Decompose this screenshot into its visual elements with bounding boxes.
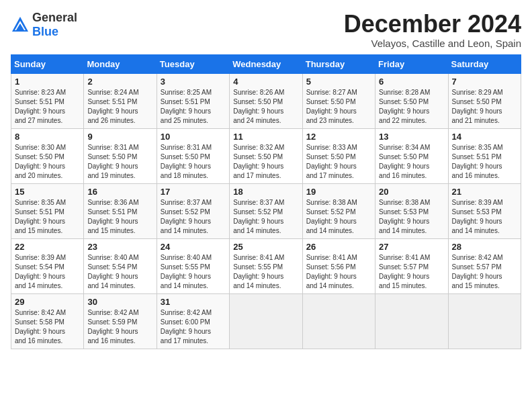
calendar-cell: 22Sunrise: 8:39 AM Sunset: 5:54 PM Dayli…	[11, 238, 84, 293]
day-of-week-header: Thursday	[302, 54, 375, 73]
day-number: 13	[379, 132, 444, 142]
logo-text-blue: Blue	[32, 25, 58, 38]
day-number: 29	[15, 297, 80, 307]
day-number: 6	[379, 77, 444, 87]
calendar-cell: 8Sunrise: 8:30 AM Sunset: 5:50 PM Daylig…	[11, 128, 84, 183]
day-number: 21	[452, 187, 517, 197]
day-number: 30	[87, 297, 152, 307]
calendar-cell: 18Sunrise: 8:37 AM Sunset: 5:52 PM Dayli…	[230, 183, 302, 238]
day-info: Sunrise: 8:39 AM Sunset: 5:54 PM Dayligh…	[15, 253, 80, 291]
calendar-week-row: 29Sunrise: 8:42 AM Sunset: 5:58 PM Dayli…	[11, 293, 521, 349]
calendar-table: SundayMondayTuesdayWednesdayThursdayFrid…	[11, 54, 521, 349]
day-number: 28	[452, 242, 517, 252]
calendar-week-row: 8Sunrise: 8:30 AM Sunset: 5:50 PM Daylig…	[11, 128, 521, 183]
day-number: 26	[306, 242, 371, 252]
calendar-cell: 2Sunrise: 8:24 AM Sunset: 5:51 PM Daylig…	[84, 73, 157, 128]
day-info: Sunrise: 8:31 AM Sunset: 5:50 PM Dayligh…	[87, 143, 152, 181]
day-info: Sunrise: 8:31 AM Sunset: 5:50 PM Dayligh…	[161, 143, 226, 181]
calendar-cell	[302, 293, 375, 349]
day-info: Sunrise: 8:28 AM Sunset: 5:50 PM Dayligh…	[379, 88, 444, 126]
calendar-cell: 25Sunrise: 8:41 AM Sunset: 5:55 PM Dayli…	[230, 238, 302, 293]
calendar-cell: 17Sunrise: 8:37 AM Sunset: 5:52 PM Dayli…	[157, 183, 229, 238]
day-number: 20	[379, 187, 444, 197]
calendar-cell: 14Sunrise: 8:35 AM Sunset: 5:51 PM Dayli…	[448, 128, 521, 183]
day-info: Sunrise: 8:42 AM Sunset: 5:59 PM Dayligh…	[87, 308, 152, 346]
calendar-cell: 10Sunrise: 8:31 AM Sunset: 5:50 PM Dayli…	[157, 128, 229, 183]
day-info: Sunrise: 8:36 AM Sunset: 5:51 PM Dayligh…	[87, 198, 152, 236]
day-info: Sunrise: 8:38 AM Sunset: 5:52 PM Dayligh…	[306, 198, 371, 236]
day-info: Sunrise: 8:40 AM Sunset: 5:55 PM Dayligh…	[161, 253, 226, 291]
day-info: Sunrise: 8:35 AM Sunset: 5:51 PM Dayligh…	[15, 198, 80, 236]
calendar-week-row: 15Sunrise: 8:35 AM Sunset: 5:51 PM Dayli…	[11, 183, 521, 238]
days-header-row: SundayMondayTuesdayWednesdayThursdayFrid…	[11, 54, 521, 73]
calendar-cell: 29Sunrise: 8:42 AM Sunset: 5:58 PM Dayli…	[11, 293, 84, 349]
day-info: Sunrise: 8:37 AM Sunset: 5:52 PM Dayligh…	[161, 198, 226, 236]
calendar-cell: 4Sunrise: 8:26 AM Sunset: 5:50 PM Daylig…	[230, 73, 302, 128]
calendar-week-row: 22Sunrise: 8:39 AM Sunset: 5:54 PM Dayli…	[11, 238, 521, 293]
day-info: Sunrise: 8:23 AM Sunset: 5:51 PM Dayligh…	[15, 88, 80, 126]
day-info: Sunrise: 8:30 AM Sunset: 5:50 PM Dayligh…	[15, 143, 80, 181]
calendar-cell: 21Sunrise: 8:39 AM Sunset: 5:53 PM Dayli…	[448, 183, 521, 238]
day-info: Sunrise: 8:39 AM Sunset: 5:53 PM Dayligh…	[452, 198, 517, 236]
day-info: Sunrise: 8:38 AM Sunset: 5:53 PM Dayligh…	[379, 198, 444, 236]
calendar-cell: 28Sunrise: 8:42 AM Sunset: 5:57 PM Dayli…	[448, 238, 521, 293]
day-of-week-header: Friday	[375, 54, 448, 73]
day-info: Sunrise: 8:24 AM Sunset: 5:51 PM Dayligh…	[87, 88, 152, 126]
day-number: 14	[452, 132, 517, 142]
calendar-cell: 20Sunrise: 8:38 AM Sunset: 5:53 PM Dayli…	[375, 183, 448, 238]
calendar-cell	[230, 293, 302, 349]
day-info: Sunrise: 8:42 AM Sunset: 6:00 PM Dayligh…	[161, 308, 226, 346]
day-of-week-header: Monday	[84, 54, 157, 73]
calendar-cell: 9Sunrise: 8:31 AM Sunset: 5:50 PM Daylig…	[84, 128, 157, 183]
day-number: 11	[233, 132, 298, 142]
calendar-cell: 27Sunrise: 8:41 AM Sunset: 5:57 PM Dayli…	[375, 238, 448, 293]
calendar-cell: 31Sunrise: 8:42 AM Sunset: 6:00 PM Dayli…	[157, 293, 229, 349]
calendar-cell: 30Sunrise: 8:42 AM Sunset: 5:59 PM Dayli…	[84, 293, 157, 349]
calendar-cell: 19Sunrise: 8:38 AM Sunset: 5:52 PM Dayli…	[302, 183, 375, 238]
calendar-cell: 16Sunrise: 8:36 AM Sunset: 5:51 PM Dayli…	[84, 183, 157, 238]
calendar-cell: 11Sunrise: 8:32 AM Sunset: 5:50 PM Dayli…	[230, 128, 302, 183]
calendar-cell: 23Sunrise: 8:40 AM Sunset: 5:54 PM Dayli…	[84, 238, 157, 293]
calendar-cell: 5Sunrise: 8:27 AM Sunset: 5:50 PM Daylig…	[302, 73, 375, 128]
day-info: Sunrise: 8:37 AM Sunset: 5:52 PM Dayligh…	[233, 198, 298, 236]
day-of-week-header: Sunday	[11, 54, 84, 73]
header: General Blue December 2024 Velayos, Cast…	[11, 11, 521, 49]
day-info: Sunrise: 8:42 AM Sunset: 5:57 PM Dayligh…	[452, 253, 517, 291]
title-block: December 2024 Velayos, Castille and Leon…	[344, 11, 521, 49]
logo: General Blue	[11, 11, 77, 39]
day-number: 17	[161, 187, 226, 197]
day-of-week-header: Wednesday	[230, 54, 302, 73]
day-number: 25	[233, 242, 298, 252]
day-number: 22	[15, 242, 80, 252]
day-number: 27	[379, 242, 444, 252]
calendar-cell: 15Sunrise: 8:35 AM Sunset: 5:51 PM Dayli…	[11, 183, 84, 238]
calendar-cell	[375, 293, 448, 349]
day-number: 1	[15, 77, 80, 87]
day-info: Sunrise: 8:41 AM Sunset: 5:55 PM Dayligh…	[233, 253, 298, 291]
day-info: Sunrise: 8:42 AM Sunset: 5:58 PM Dayligh…	[15, 308, 80, 346]
calendar-cell: 3Sunrise: 8:25 AM Sunset: 5:51 PM Daylig…	[157, 73, 229, 128]
day-number: 18	[233, 187, 298, 197]
logo-text-general: General	[32, 11, 77, 24]
calendar-cell: 1Sunrise: 8:23 AM Sunset: 5:51 PM Daylig…	[11, 73, 84, 128]
calendar-cell	[448, 293, 521, 349]
day-info: Sunrise: 8:35 AM Sunset: 5:51 PM Dayligh…	[452, 143, 517, 181]
day-number: 7	[452, 77, 517, 87]
day-number: 2	[87, 77, 152, 87]
day-number: 12	[306, 132, 371, 142]
day-number: 9	[87, 132, 152, 142]
day-of-week-header: Tuesday	[157, 54, 229, 73]
day-info: Sunrise: 8:40 AM Sunset: 5:54 PM Dayligh…	[87, 253, 152, 291]
day-info: Sunrise: 8:33 AM Sunset: 5:50 PM Dayligh…	[306, 143, 371, 181]
calendar-cell: 24Sunrise: 8:40 AM Sunset: 5:55 PM Dayli…	[157, 238, 229, 293]
day-number: 16	[87, 187, 152, 197]
day-number: 23	[87, 242, 152, 252]
day-info: Sunrise: 8:34 AM Sunset: 5:50 PM Dayligh…	[379, 143, 444, 181]
day-number: 24	[161, 242, 226, 252]
calendar-cell: 13Sunrise: 8:34 AM Sunset: 5:50 PM Dayli…	[375, 128, 448, 183]
day-info: Sunrise: 8:26 AM Sunset: 5:50 PM Dayligh…	[233, 88, 298, 126]
day-number: 15	[15, 187, 80, 197]
day-info: Sunrise: 8:41 AM Sunset: 5:56 PM Dayligh…	[306, 253, 371, 291]
day-info: Sunrise: 8:25 AM Sunset: 5:51 PM Dayligh…	[161, 88, 226, 126]
day-of-week-header: Saturday	[448, 54, 521, 73]
